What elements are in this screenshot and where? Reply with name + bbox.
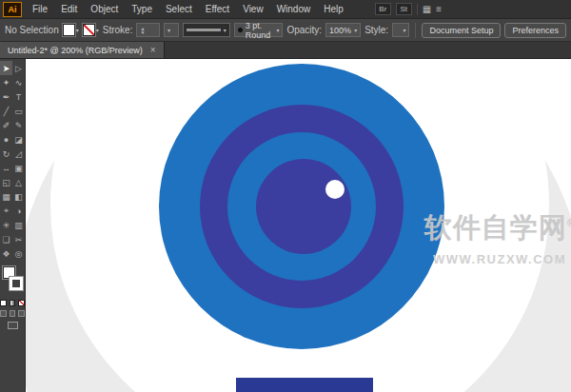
hand-tool[interactable]: ❖ [0,246,12,261]
rectangle-tool[interactable]: ▭ [12,104,25,118]
pen-tool[interactable]: ✒ [0,89,12,104]
brush-preview-icon [238,28,243,32]
menu-edit[interactable]: Edit [54,0,84,18]
color-button[interactable] [0,300,7,306]
paintbrush-tool[interactable]: ✐ [0,118,12,132]
free-transform-tool[interactable]: ▣ [12,161,25,175]
stroke-dropdown-icon[interactable]: ▾ [96,27,99,33]
stroke-color-swatch[interactable] [83,24,95,36]
tools-panel: ➤▷✦∿✒T╱▭✐✎●◪↻◿↔▣◱△▦◧⌖◑✳▥❏✂❖◎ [0,59,26,392]
zoom-tool[interactable]: ◎ [12,246,25,261]
style-dropdown-icon[interactable]: ▾ [403,27,405,33]
style-label: Style: [364,25,388,35]
watermark-line2: WWW.RUZXW.COM [414,252,571,266]
menu-object[interactable]: Object [84,0,125,18]
stroke-weight-stepper[interactable]: ▲ ▼ [136,23,160,37]
color-type-buttons [0,300,25,306]
eraser-tool[interactable]: ◪ [12,132,25,147]
brush-definition-value: 3 pt. Round [246,21,274,40]
width-tool[interactable]: ↔ [0,161,12,175]
bridge-button[interactable]: Br [375,3,391,15]
menu-view[interactable]: View [236,0,270,18]
preferences-button[interactable]: Preferences [504,23,566,38]
tab-close-icon[interactable]: × [150,45,156,55]
tab-bar: Untitled-2* @ 200% (RGB/Preview) × [0,42,571,59]
variable-width-profile-dropdown[interactable]: ▾ [183,23,230,37]
menu-file[interactable]: File [26,0,54,18]
menu-window[interactable]: Window [270,0,318,18]
width-profile-preview [187,29,221,31]
draw-behind-button[interactable] [10,310,16,317]
stroke-weight-dropdown[interactable]: ▾ [164,23,179,37]
watermark-line1: 软件自学网® [414,209,571,247]
fill-dropdown-icon[interactable]: ▾ [76,27,79,33]
column-graph-tool[interactable]: ▥ [12,218,25,232]
menu-type[interactable]: Type [125,0,159,18]
menu-bar-divider [417,4,418,15]
stroke-weight-dropdown-icon[interactable]: ▾ [167,27,170,33]
stepper-down-icon[interactable]: ▼ [140,30,145,34]
brush-dropdown-icon[interactable]: ▾ [276,27,279,33]
selection-tool[interactable]: ➤ [0,61,12,75]
rotate-tool[interactable]: ↻ [0,147,12,161]
illustrator-window: Ai FileEditObjectTypeSelectEffectViewWin… [0,0,571,392]
canvas[interactable]: 软件自学网® WWW.RUZXW.COM [26,59,571,392]
gradient-tool[interactable]: ◧ [12,189,25,204]
registered-mark: ® [567,218,571,228]
slice-tool[interactable]: ✂ [12,232,25,246]
draw-normal-button[interactable] [0,310,7,317]
fill-color-swatch[interactable] [63,24,75,36]
style-dropdown[interactable]: ▾ [392,23,409,37]
document-tab[interactable]: Untitled-2* @ 200% (RGB/Preview) × [0,42,165,58]
mesh-tool[interactable]: ▦ [0,189,12,204]
workspace-menu-icon[interactable]: ≡ [436,4,442,14]
width-profile-dropdown-icon[interactable]: ▾ [224,27,226,33]
pencil-tool[interactable]: ✎ [12,118,25,132]
menu-bar-right: Br St ▦ ≡ [375,3,442,15]
document-setup-button[interactable]: Document Setup [422,23,501,38]
eyedropper-tool[interactable]: ⌖ [0,204,12,218]
direct-selection-tool[interactable]: ▷ [12,61,25,75]
type-tool[interactable]: T [12,89,25,104]
opacity-label: Opacity: [286,25,322,35]
stroke-swatch-control[interactable]: ▾ [83,24,99,36]
perspective-grid-tool[interactable]: △ [12,175,25,189]
control-bar: No Selection ▾ ▾ Stroke: ▲ ▼ ▾ ▾ 3 pt. R… [0,19,571,42]
toolbar-stroke-swatch[interactable] [10,277,23,290]
pupil-highlight-circle [325,180,345,199]
selection-status: No Selection [5,25,59,35]
drawing-mode-buttons [0,310,25,317]
stepper-arrows[interactable]: ▲ ▼ [140,27,145,34]
opacity-value: 100% [329,26,351,35]
shape-builder-tool[interactable]: ◱ [0,175,12,189]
document-tab-title: Untitled-2* @ 200% (RGB/Preview) [8,46,143,55]
blend-tool[interactable]: ◑ [12,204,25,218]
stroke-label: Stroke: [103,25,133,35]
menu-effect[interactable]: Effect [199,0,236,18]
symbol-sprayer-tool[interactable]: ✳ [0,218,12,232]
scale-tool[interactable]: ◿ [12,147,25,161]
gradient-button[interactable] [10,300,16,306]
lasso-tool[interactable]: ∿ [12,75,25,89]
menu-bar: Ai FileEditObjectTypeSelectEffectViewWin… [0,0,571,19]
pupil-circle [256,159,351,254]
opacity-dropdown[interactable]: 100% ▾ [325,23,361,37]
draw-inside-button[interactable] [18,310,25,317]
base-rectangle [236,378,373,392]
none-button[interactable] [18,300,25,306]
magic-wand-tool[interactable]: ✦ [0,75,12,89]
artboard-tool[interactable]: ❏ [0,232,12,246]
screen-mode-button[interactable] [8,322,18,329]
stock-button[interactable]: St [396,3,412,15]
brush-definition-dropdown[interactable]: 3 pt. Round ▾ [234,23,284,37]
opacity-dropdown-icon[interactable]: ▾ [354,27,357,33]
fill-swatch-control[interactable]: ▾ [63,24,79,36]
fill-stroke-indicator[interactable] [0,265,26,296]
watermark: 软件自学网® WWW.RUZXW.COM [414,209,571,266]
menu-select[interactable]: Select [159,0,199,18]
menu-help[interactable]: Help [317,0,350,18]
app-logo-icon: Ai [3,2,22,17]
blob-brush-tool[interactable]: ● [0,132,12,147]
workspace-grid-icon[interactable]: ▦ [423,4,431,14]
line-segment-tool[interactable]: ╱ [0,104,12,118]
